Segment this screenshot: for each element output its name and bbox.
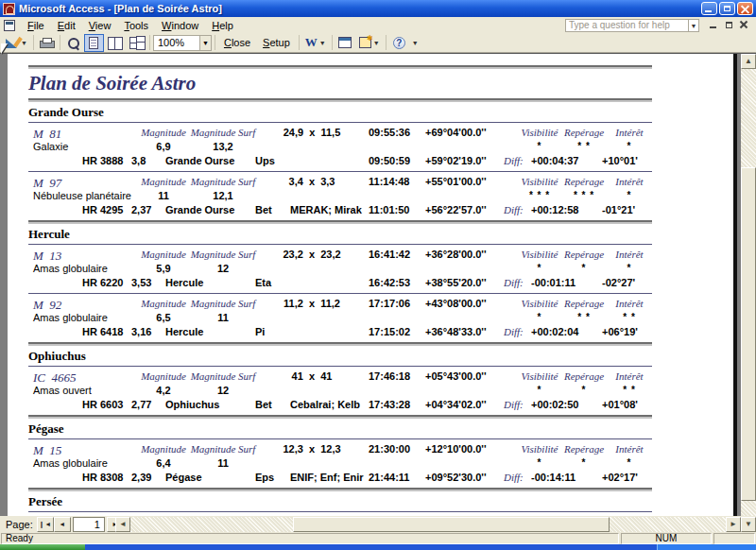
magnitude-surf-label: Magnitude Surf xyxy=(189,127,257,138)
close-preview-button[interactable]: Close xyxy=(218,34,256,52)
minimize-button[interactable] xyxy=(701,2,717,15)
database-window-button[interactable] xyxy=(335,34,355,52)
menu-tools[interactable]: Tools xyxy=(117,19,155,32)
magnifier-icon xyxy=(67,37,79,49)
star-names: Cebalrai; Kelb xyxy=(290,399,360,410)
scroll-down-icon[interactable]: ▼ xyxy=(741,517,756,532)
magnitude-label: Magnitude xyxy=(134,127,193,138)
magnitude-value: 6,5 xyxy=(134,312,193,323)
toolbar-separator xyxy=(299,35,300,50)
zoom-tool-button[interactable] xyxy=(63,34,83,52)
diff-time: +00:04:37 xyxy=(531,155,578,166)
object-size: 11,2 x 11,2 xyxy=(265,298,359,309)
star-declination: +38°55'20.0'' xyxy=(425,277,487,288)
scroll-up-icon[interactable]: ▲ xyxy=(741,54,756,69)
two-pages-button[interactable] xyxy=(105,34,126,52)
chevron-down-icon[interactable]: ▼ xyxy=(21,40,27,46)
interest-rating: * * xyxy=(601,385,658,395)
transit-time: 17:17:06 xyxy=(369,298,410,309)
multiple-pages-icon xyxy=(129,37,143,49)
chevron-down-icon[interactable]: ▼ xyxy=(199,36,211,50)
toolbar-options-icon[interactable]: ▼ xyxy=(412,40,419,46)
section-name: Persée xyxy=(28,494,733,508)
object-type: Amas globulaire xyxy=(33,263,108,274)
greek-letter: Pi xyxy=(255,326,265,337)
one-page-button[interactable] xyxy=(84,34,104,52)
num-lock-indicator: NUM xyxy=(621,533,712,544)
zoom-combobox[interactable]: 100% ▼ xyxy=(153,35,212,51)
magnitude-value: 4,2 xyxy=(134,385,193,396)
child-restore-button[interactable] xyxy=(722,19,736,31)
office-links-button[interactable]: W▼ xyxy=(302,34,329,52)
print-preview-toolbar: ▼ 100% ▼ Close Setup W▼ ▼ ? ▼ xyxy=(0,33,756,53)
horizontal-scrollbar[interactable]: ◄ ► xyxy=(115,517,741,532)
interest-rating: * xyxy=(601,263,658,273)
new-object-button[interactable]: ▼ xyxy=(356,34,383,52)
restore-button[interactable] xyxy=(719,2,735,15)
star-declination: +04°34'02.0'' xyxy=(425,399,487,410)
start-button-edge[interactable] xyxy=(0,544,85,550)
toolbar-separator xyxy=(332,35,333,50)
chevron-down-icon[interactable]: ▼ xyxy=(373,40,380,46)
multiple-pages-button[interactable] xyxy=(127,34,146,52)
design-view-icon xyxy=(6,37,19,48)
close-button[interactable] xyxy=(737,2,753,15)
menu-window[interactable]: Window xyxy=(155,19,205,32)
help-button[interactable]: ? xyxy=(389,34,409,52)
interest-rating: * xyxy=(601,141,658,151)
child-minimize-button[interactable] xyxy=(707,19,721,31)
previous-page-button[interactable]: ◄ xyxy=(54,517,71,532)
menu-edit[interactable]: Edit xyxy=(51,19,82,32)
diff-time: -00:14:11 xyxy=(531,472,576,483)
diff-label: Diff: xyxy=(504,326,524,337)
section-name: Pégase xyxy=(28,421,733,436)
toolbar-separator xyxy=(33,35,34,50)
status-spacer xyxy=(713,533,755,544)
status-bar: Ready NUM xyxy=(0,533,756,544)
diff-angle: +10°01' xyxy=(602,155,638,166)
report-page[interactable]: Plan de Soirée Astro Grande Ourse M 81 M… xyxy=(8,54,737,516)
magnitude-surf-value: 13,2 xyxy=(189,141,257,152)
report-window-icon xyxy=(4,20,15,31)
chevron-down-icon[interactable]: ▼ xyxy=(688,20,698,31)
interest-label: Intérêt xyxy=(601,443,658,455)
horizontal-scrollbar-thumb[interactable] xyxy=(293,517,610,532)
magnitude-surf-label: Magnitude Surf xyxy=(189,249,257,260)
interest-rating: * xyxy=(601,190,658,200)
child-close-button[interactable] xyxy=(737,19,751,31)
menu-view[interactable]: View xyxy=(82,19,118,32)
star-magnitude: 2,39 xyxy=(131,472,151,483)
print-button[interactable] xyxy=(37,34,57,52)
vertical-scrollbar[interactable]: ▲ xyxy=(741,54,756,516)
chevron-down-icon[interactable]: ▼ xyxy=(319,40,326,46)
scroll-right-icon[interactable]: ► xyxy=(726,517,741,532)
constellation: Grande Ourse xyxy=(165,204,234,215)
diff-angle: -01°21' xyxy=(602,204,635,215)
constellation: Hercule xyxy=(165,326,203,337)
first-page-button[interactable]: ❙◄ xyxy=(37,517,54,532)
setup-button[interactable]: Setup xyxy=(257,34,296,52)
divider xyxy=(28,220,652,224)
magnitude-label: Magnitude xyxy=(134,443,193,455)
star-declination: +59°02'19.0'' xyxy=(425,155,487,166)
report-entry: M 92 Magnitude Magnitude Surf 11,2 x 11,… xyxy=(8,297,733,339)
transit-time: 17:46:18 xyxy=(369,370,410,382)
transit-time: 09:55:36 xyxy=(369,127,410,138)
title-bar: Microsoft Access - [Plan de Soirée Astro… xyxy=(0,0,756,17)
star-hr: HR 8308 xyxy=(82,472,123,483)
star-time: 17:15:02 xyxy=(369,326,410,337)
page-number-input[interactable]: 1 xyxy=(73,517,105,532)
divider xyxy=(28,415,652,419)
menu-help[interactable]: Help xyxy=(205,19,240,32)
divider xyxy=(28,366,652,367)
vertical-scrollbar-thumb[interactable] xyxy=(741,167,756,501)
magnitude-value: 6,4 xyxy=(134,457,193,469)
magnitude-label: Magnitude xyxy=(134,370,193,382)
declination: +55°01'00.0'' xyxy=(425,176,487,187)
help-question-box[interactable]: Type a question for help ▼ xyxy=(565,19,699,32)
star-hr: HR 6418 xyxy=(82,326,123,337)
menu-file[interactable]: File xyxy=(21,19,51,32)
report-content: Plan de Soirée Astro Grande Ourse M 81 M… xyxy=(8,54,733,516)
diff-angle: +01°08' xyxy=(602,399,638,410)
scroll-left-icon[interactable]: ◄ xyxy=(115,517,130,532)
